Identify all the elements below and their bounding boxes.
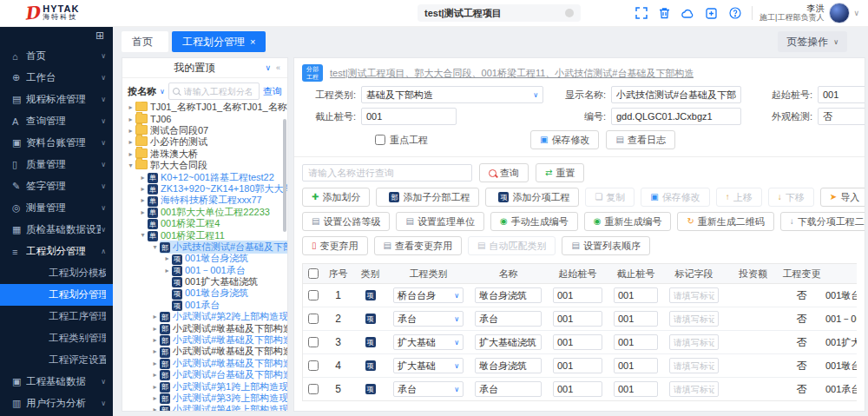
row-mark-input[interactable] <box>669 381 719 397</box>
sidebar-item[interactable]: A 查询管理 ∨ <box>0 110 113 132</box>
page-tab[interactable]: 工程划分管理 × <box>172 31 266 52</box>
view-log-button[interactable]: ▤ 查看日志 <box>606 130 674 149</box>
toolbar-button[interactable]: ▤ 设置公路等级 <box>302 212 390 231</box>
sidebar-item[interactable]: 工程类别管理 <box>0 327 113 349</box>
row-name-input[interactable] <box>475 381 542 397</box>
tree-expand-arrow-icon[interactable]: ▾ <box>126 162 135 169</box>
tree-filter-select[interactable]: 按名称 <box>128 85 156 98</box>
page-tab[interactable]: 首页 <box>122 31 168 52</box>
row-start-input[interactable] <box>553 287 602 303</box>
fullscreen-icon[interactable] <box>635 7 648 20</box>
add-square-icon[interactable] <box>705 7 718 20</box>
sidebar-item[interactable]: ▣ 资料台账管理 ∨ <box>0 132 113 154</box>
tree-item[interactable]: ▸ 部 小武测试#第4跨上部构造现场浇筑 <box>122 404 287 411</box>
row-end-input[interactable] <box>614 287 658 303</box>
tree-expand-arrow-icon[interactable]: ▸ <box>162 267 172 274</box>
row-name-input[interactable] <box>475 358 542 373</box>
tree-expand-arrow-icon[interactable]: ▸ <box>138 185 148 193</box>
name-query-input[interactable] <box>302 164 472 182</box>
breadcrumb-path[interactable]: test|测试工程项目、郭大大合同段、001桥梁工程11、小武技信测试#台基础及… <box>330 67 694 80</box>
row-mark-input[interactable] <box>669 287 719 303</box>
tree-item[interactable]: ▸ 部 小武测试#墩基础及下部构造 <box>122 346 287 357</box>
tree-item[interactable]: ▾ 单 001桥梁工程11 <box>122 229 287 241</box>
tree-item[interactable]: ▸ 项 001－001承台 <box>122 264 287 275</box>
tree-expand-arrow-icon[interactable]: ▸ <box>126 150 135 158</box>
query-button[interactable]: 查询 <box>479 163 529 182</box>
tree-item[interactable]: ▸ TJ01_名称TJ01_名称TJ01_名称TJ01_名称TJ0... <box>122 102 287 113</box>
tree-item[interactable]: ▸ 单 K0+12~001路基工程test22 <box>122 171 287 182</box>
select-all-checkbox[interactable] <box>308 268 319 279</box>
row-checkbox[interactable] <box>308 337 319 347</box>
toolbar-button[interactable]: ▤ 自动匹配类别 <box>468 236 556 255</box>
weather-cloud-icon[interactable] <box>681 7 694 20</box>
user-avatar[interactable] <box>829 3 850 23</box>
row-checkbox[interactable] <box>308 290 319 300</box>
sidebar-item[interactable]: ✎ 签字管理 ∨ <box>0 175 113 197</box>
row-mark-input[interactable] <box>669 311 719 327</box>
tree-item[interactable]: ▸ 项 001墩台身浇筑 <box>122 253 287 264</box>
row-mark-input[interactable] <box>669 334 719 350</box>
sidebar-item[interactable]: ⊕ 工作台 ∨ <box>0 67 113 89</box>
tree-item-label[interactable]: TJ01_名称TJ01_名称TJ01_名称TJ01_名称TJ0... <box>150 102 287 114</box>
tree-item[interactable]: ▸ 部 小武测试#第2跨上部构造现场浇筑 <box>122 311 287 322</box>
sidebar-item[interactable]: 工程划分管理 <box>0 284 113 306</box>
toolbar-button[interactable]: ➤ 导入 <box>820 188 865 207</box>
tree-item[interactable]: 单 001桥梁工程4 <box>122 218 287 229</box>
tree-expand-arrow-icon[interactable]: ▸ <box>138 208 148 216</box>
category-select[interactable]: 基础及下部构造∨ <box>361 86 543 103</box>
help-icon[interactable] <box>728 7 741 20</box>
sidebar-item[interactable]: ▯ 质量管理 ∨ <box>0 154 113 175</box>
tree-expand-arrow-icon[interactable]: ▸ <box>162 254 172 262</box>
tree-item[interactable]: ▸ 部 小武测试#墩基础及下部构造 <box>122 322 287 333</box>
appearance-check-select[interactable]: 否∨ <box>818 108 865 125</box>
toolbar-button[interactable]: ↓ 下载分项工程二维码 <box>780 212 865 231</box>
display-name-input[interactable] <box>611 86 741 103</box>
row-start-input[interactable] <box>553 381 602 397</box>
toolbar-button[interactable]: 项 添加分项工程 <box>485 188 579 207</box>
row-end-input[interactable] <box>614 381 658 397</box>
row-checkbox[interactable] <box>308 384 319 394</box>
toolbar-button[interactable]: ▯ 变更弃用 <box>302 236 368 255</box>
row-start-input[interactable] <box>553 311 602 327</box>
end-stake-input[interactable] <box>361 108 457 125</box>
tree-item-label[interactable]: 小武测试#第4跨上部构造现场浇筑 <box>173 403 287 411</box>
key-project-checkbox[interactable] <box>375 135 385 145</box>
tab-close-icon[interactable]: × <box>250 36 255 47</box>
tree-item[interactable]: ▸ 测试合同段07 <box>122 125 287 136</box>
row-name-input[interactable] <box>475 334 542 350</box>
tree-expand-arrow-icon[interactable]: ▸ <box>150 336 160 344</box>
row-mark-input[interactable] <box>669 358 719 373</box>
tree-item[interactable]: ▾ 部 小武技信测试#台基础及下部构造 <box>122 241 287 253</box>
tree-collapse-caret-icon[interactable]: ∨ <box>265 63 271 72</box>
row-category-select[interactable]: 承台∨ <box>393 311 464 327</box>
user-menu-caret-icon[interactable]: ∨ <box>853 9 859 17</box>
tree-filter-caret-icon[interactable]: ∨ <box>160 88 165 96</box>
row-category-select[interactable]: 桥台台身∨ <box>393 287 464 303</box>
tree-item[interactable]: ▸ 港珠澳大桥 <box>122 149 287 160</box>
tree-item[interactable]: ▾ 郭大大合同段 <box>122 160 287 171</box>
row-end-input[interactable] <box>614 334 658 350</box>
sidebar-item[interactable]: ≡ 工程划分管理 ∧ <box>0 241 113 262</box>
start-stake-input[interactable] <box>818 86 865 103</box>
tree-item[interactable]: 项 001承台 <box>122 300 287 311</box>
tree-search-button[interactable]: 查询 <box>263 85 282 98</box>
tree-item[interactable]: 项 001墩台身浇筑 <box>122 287 287 299</box>
row-end-input[interactable] <box>614 358 658 373</box>
row-name-input[interactable] <box>475 311 542 327</box>
tree-expand-arrow-icon[interactable]: ▸ <box>126 138 135 146</box>
sidebar-item[interactable]: ▦ 质检基础数据设置 ∨ <box>0 219 113 241</box>
tree-item[interactable]: ▸ 单 海特科技桥梁工程xxx77 <box>122 195 287 206</box>
tree-item[interactable]: ▸ 单 001郭大大单位工程22233 <box>122 207 287 218</box>
row-checkbox[interactable] <box>308 360 319 371</box>
toolbar-button[interactable]: ◉ 手动生成编号 <box>490 212 578 231</box>
sidebar-item[interactable]: ⌂ 首页 ∨ <box>0 45 113 67</box>
tree-expand-arrow-icon[interactable]: ▸ <box>150 360 160 367</box>
toolbar-button[interactable]: ❏ 复制 <box>585 188 635 207</box>
sidebar-item[interactable]: ◎ 测量管理 ∨ <box>0 197 113 219</box>
toolbar-button[interactable]: ▤ 设置监理单位 <box>396 212 483 231</box>
toolbar-button[interactable]: ▤ 查看变更弃用 <box>374 236 462 255</box>
toolbar-button[interactable]: 部 添加子分部工程 <box>376 188 479 207</box>
tree-expand-arrow-icon[interactable]: ▸ <box>150 313 160 320</box>
row-name-input[interactable] <box>475 287 542 303</box>
row-start-input[interactable] <box>553 334 602 350</box>
